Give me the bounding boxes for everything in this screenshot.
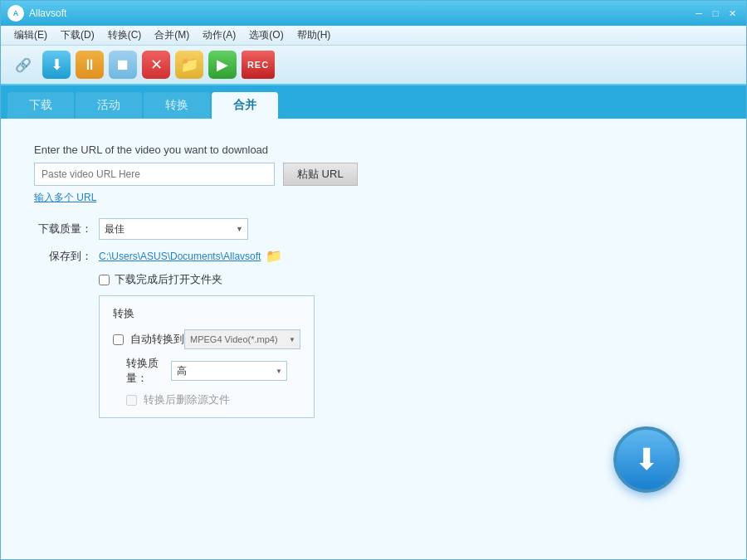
tab-download[interactable]: 下载 bbox=[7, 92, 74, 119]
menu-help[interactable]: 帮助(H) bbox=[290, 26, 338, 45]
url-input-row: 粘贴 URL bbox=[34, 163, 713, 186]
menu-action[interactable]: 动作(A) bbox=[196, 26, 242, 45]
tab-activity[interactable]: 活动 bbox=[76, 92, 142, 119]
quality-select-wrapper: 最佳 高 中 低 bbox=[99, 218, 248, 240]
quality-label: 下载质量： bbox=[34, 222, 92, 236]
delete-source-row: 转换后删除源文件 bbox=[113, 392, 300, 407]
menu-convert[interactable]: 转换(C) bbox=[101, 26, 149, 45]
url-section: Enter the URL of the video you want to d… bbox=[34, 144, 713, 205]
download-arrow-icon: ⬇ bbox=[634, 445, 659, 475]
convert-format-select[interactable]: MPEG4 Video(*.mp4) bbox=[184, 329, 300, 349]
title-bar: A Allavsoft ─ □ ✕ bbox=[1, 1, 746, 26]
download-toolbar-button[interactable]: ⬇ bbox=[42, 51, 71, 79]
tab-merge[interactable]: 合并 bbox=[212, 92, 278, 119]
download-circle-button[interactable]: ⬇ bbox=[613, 426, 680, 493]
convert-quality-label: 转换质量： bbox=[126, 356, 171, 386]
maximize-button[interactable]: □ bbox=[708, 6, 723, 21]
menu-edit[interactable]: 编辑(E) bbox=[7, 26, 54, 45]
multi-url-link[interactable]: 输入多个 URL bbox=[34, 191, 96, 205]
play-button[interactable]: ▶ bbox=[208, 51, 237, 79]
save-folder-icon[interactable]: 📁 bbox=[266, 248, 282, 264]
convert-quality-select-wrapper: 高 中 低 bbox=[171, 361, 287, 381]
close-button[interactable]: ✕ bbox=[725, 6, 740, 21]
rec-button[interactable]: REC bbox=[242, 51, 275, 79]
menu-bar: 编辑(E) 下载(D) 转换(C) 合并(M) 动作(A) 选项(O) 帮助(H… bbox=[1, 26, 746, 46]
minimize-button[interactable]: ─ bbox=[691, 6, 706, 21]
window-controls: ─ □ ✕ bbox=[691, 6, 740, 21]
folder-button[interactable]: 📁 bbox=[175, 51, 203, 79]
convert-section: 转换 自动转换到 MPEG4 Video(*.mp4) 转换质量： 高 中 bbox=[99, 295, 315, 418]
paste-url-button[interactable]: 粘贴 URL bbox=[283, 163, 358, 186]
auto-convert-row: 自动转换到 MPEG4 Video(*.mp4) bbox=[113, 329, 300, 349]
cancel-button[interactable]: ✕ bbox=[142, 51, 170, 79]
open-folder-label: 下载完成后打开文件夹 bbox=[115, 272, 222, 287]
tabs-bar: 下载 活动 转换 合并 bbox=[1, 85, 746, 119]
quality-select[interactable]: 最佳 高 中 低 bbox=[99, 218, 248, 240]
main-content: Enter the URL of the video you want to d… bbox=[1, 119, 746, 559]
menu-merge[interactable]: 合并(M) bbox=[148, 26, 196, 45]
save-path-link[interactable]: C:\Users\ASUS\Documents\Allavsoft bbox=[99, 251, 261, 262]
url-section-label: Enter the URL of the video you want to d… bbox=[34, 144, 713, 156]
convert-section-title: 转换 bbox=[113, 306, 300, 321]
quality-row: 下载质量： 最佳 高 中 低 bbox=[34, 218, 713, 240]
stop-button[interactable]: ⏹ bbox=[109, 51, 137, 79]
menu-options[interactable]: 选项(O) bbox=[242, 26, 290, 45]
save-path-label: 保存到： bbox=[34, 249, 92, 264]
toolbar: 🔗 ⬇ ⏸ ⏹ ✕ 📁 ▶ REC bbox=[1, 46, 746, 85]
open-folder-checkbox-row: 下载完成后打开文件夹 bbox=[34, 272, 713, 287]
link-button[interactable]: 🔗 bbox=[9, 51, 37, 79]
delete-source-label: 转换后删除源文件 bbox=[144, 392, 230, 407]
convert-quality-row: 转换质量： 高 中 低 bbox=[113, 356, 300, 386]
app-title: Allavsoft bbox=[29, 7, 691, 19]
menu-download[interactable]: 下载(D) bbox=[54, 26, 101, 45]
delete-source-checkbox[interactable] bbox=[126, 395, 137, 406]
app-logo: A bbox=[7, 5, 24, 22]
auto-convert-label: 自动转换到 bbox=[130, 332, 184, 347]
save-path-row: 保存到： C:\Users\ASUS\Documents\Allavsoft 📁 bbox=[34, 248, 713, 264]
url-input[interactable] bbox=[34, 163, 275, 186]
convert-format-wrapper: MPEG4 Video(*.mp4) bbox=[184, 329, 300, 349]
pause-button[interactable]: ⏸ bbox=[76, 51, 104, 79]
open-folder-checkbox[interactable] bbox=[99, 275, 110, 285]
auto-convert-checkbox[interactable] bbox=[113, 334, 124, 345]
tab-convert[interactable]: 转换 bbox=[144, 92, 210, 119]
convert-quality-select[interactable]: 高 中 低 bbox=[171, 361, 287, 381]
